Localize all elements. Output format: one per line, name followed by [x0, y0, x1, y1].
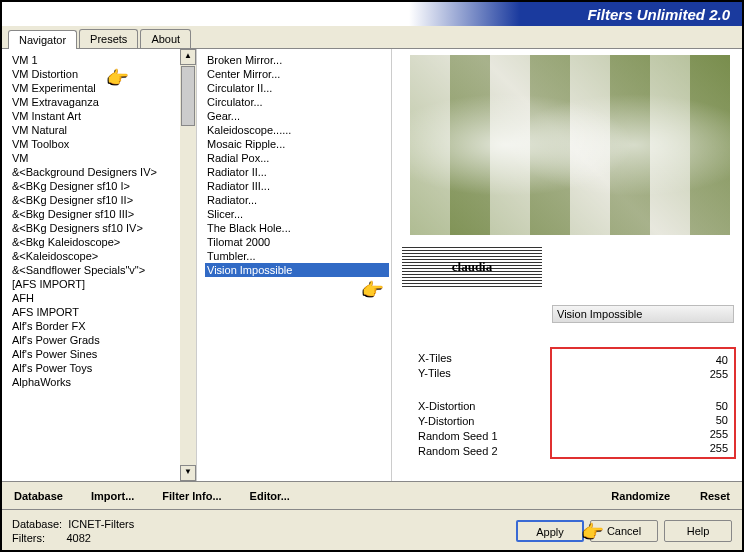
param-label-rs1: Random Seed 1 [418, 429, 548, 444]
category-list[interactable]: VM 1VM DistortionVM ExperimentalVM Extra… [2, 49, 196, 481]
param-label-xtiles: X-Tiles [418, 351, 548, 366]
param-label-ydist: Y-Distortion [418, 414, 548, 429]
filter-item[interactable]: Radiator III... [205, 179, 389, 193]
scroll-down-icon[interactable]: ▼ [180, 465, 196, 481]
filter-item[interactable]: Tumbler... [205, 249, 389, 263]
filter-pane: Broken Mirror...Center Mirror...Circulat… [197, 49, 392, 481]
scroll-thumb[interactable] [181, 66, 195, 126]
tab-bar: Navigator Presets About [2, 26, 742, 49]
reset-button[interactable]: Reset [700, 490, 730, 502]
category-pane: VM 1VM DistortionVM ExperimentalVM Extra… [2, 49, 197, 481]
import-button[interactable]: Import... [91, 490, 134, 502]
db-value: ICNET-Filters [68, 518, 134, 530]
param-value-xdist[interactable]: 50 [716, 400, 728, 412]
param-labels: X-Tiles Y-Tiles X-Distortion Y-Distortio… [418, 347, 548, 461]
tab-navigator[interactable]: Navigator [8, 30, 77, 49]
filters-label: Filters: [12, 532, 45, 544]
category-item[interactable]: &<Kaleidoscope> [10, 249, 194, 263]
apply-button[interactable]: Apply [516, 520, 584, 542]
category-item[interactable]: AFH [10, 291, 194, 305]
scroll-up-icon[interactable]: ▲ [180, 49, 196, 65]
filter-item[interactable]: Gear... [205, 109, 389, 123]
filter-item[interactable]: Circulator... [205, 95, 389, 109]
filter-item[interactable]: Mosaic Ripple... [205, 137, 389, 151]
param-values: 40 255 50 50 255 255 [550, 347, 736, 459]
title-bar: Filters Unlimited 2.0 [2, 2, 742, 26]
category-item[interactable]: AlphaWorks [10, 375, 194, 389]
category-item[interactable]: VM Extravaganza [10, 95, 194, 109]
category-item[interactable]: Alf's Power Sines [10, 347, 194, 361]
category-item[interactable]: VM [10, 151, 194, 165]
filter-item[interactable]: Slicer... [205, 207, 389, 221]
help-button[interactable]: Help [664, 520, 732, 542]
filter-item[interactable]: Kaleidoscope...... [205, 123, 389, 137]
category-item[interactable]: Alf's Power Toys [10, 361, 194, 375]
randomize-button[interactable]: Randomize [611, 490, 670, 502]
preview-image [410, 55, 730, 235]
category-item[interactable]: &<Bkg Designer sf10 III> [10, 207, 194, 221]
watermark-stamp: claudia [402, 247, 542, 287]
filter-item[interactable]: Radial Pox... [205, 151, 389, 165]
param-label-ytiles: Y-Tiles [418, 366, 548, 381]
tab-about[interactable]: About [140, 29, 191, 48]
filter-name-label: Vision Impossible [552, 305, 734, 323]
main-area: VM 1VM DistortionVM ExperimentalVM Extra… [2, 49, 742, 481]
filters-value: 4082 [66, 532, 90, 544]
category-item[interactable]: Alf's Border FX [10, 319, 194, 333]
param-value-xtiles[interactable]: 40 [716, 354, 728, 366]
category-item[interactable]: &<BKg Designer sf10 II> [10, 193, 194, 207]
param-value-ydist[interactable]: 50 [716, 414, 728, 426]
filter-item[interactable]: Circulator II... [205, 81, 389, 95]
filter-item[interactable]: Vision Impossible [205, 263, 389, 277]
category-item[interactable]: &<BKg Designers sf10 IV> [10, 221, 194, 235]
category-item[interactable]: VM Distortion [10, 67, 194, 81]
filter-item[interactable]: Broken Mirror... [205, 53, 389, 67]
tab-presets[interactable]: Presets [79, 29, 138, 48]
filter-info-button[interactable]: Filter Info... [162, 490, 221, 502]
filter-item[interactable]: The Black Hole... [205, 221, 389, 235]
param-value-rs1[interactable]: 255 [710, 428, 728, 440]
category-item[interactable]: VM 1 [10, 53, 194, 67]
category-scrollbar[interactable]: ▲ ▼ [180, 49, 196, 481]
app-title: Filters Unlimited 2.0 [587, 6, 730, 23]
category-item[interactable]: VM Natural [10, 123, 194, 137]
param-label-xdist: X-Distortion [418, 399, 548, 414]
filter-item[interactable]: Tilomat 2000 [205, 235, 389, 249]
category-item[interactable]: &<BKg Designer sf10 I> [10, 179, 194, 193]
footer: Database: ICNET-Filters Filters: 4082 Ap… [2, 509, 742, 551]
param-value-rs2[interactable]: 255 [710, 442, 728, 454]
db-label: Database: [12, 518, 62, 530]
category-item[interactable]: AFS IMPORT [10, 305, 194, 319]
filter-item[interactable]: Radiator... [205, 193, 389, 207]
filter-list[interactable]: Broken Mirror...Center Mirror...Circulat… [197, 49, 391, 481]
category-item[interactable]: VM Toolbox [10, 137, 194, 151]
category-item[interactable]: VM Instant Art [10, 109, 194, 123]
cancel-button[interactable]: Cancel [590, 520, 658, 542]
toolbar: Database Import... Filter Info... Editor… [2, 481, 742, 509]
filter-item[interactable]: Center Mirror... [205, 67, 389, 81]
param-label-rs2: Random Seed 2 [418, 444, 548, 459]
database-button[interactable]: Database [14, 490, 63, 502]
param-value-ytiles[interactable]: 255 [710, 368, 728, 380]
category-item[interactable]: &<Sandflower Specials"v"> [10, 263, 194, 277]
category-item[interactable]: &<Background Designers IV> [10, 165, 194, 179]
editor-button[interactable]: Editor... [250, 490, 290, 502]
category-item[interactable]: &<Bkg Kaleidoscope> [10, 235, 194, 249]
category-item[interactable]: VM Experimental [10, 81, 194, 95]
category-item[interactable]: Alf's Power Grads [10, 333, 194, 347]
status-info: Database: ICNET-Filters Filters: 4082 [12, 517, 134, 545]
filter-item[interactable]: Radiator II... [205, 165, 389, 179]
category-item[interactable]: [AFS IMPORT] [10, 277, 194, 291]
